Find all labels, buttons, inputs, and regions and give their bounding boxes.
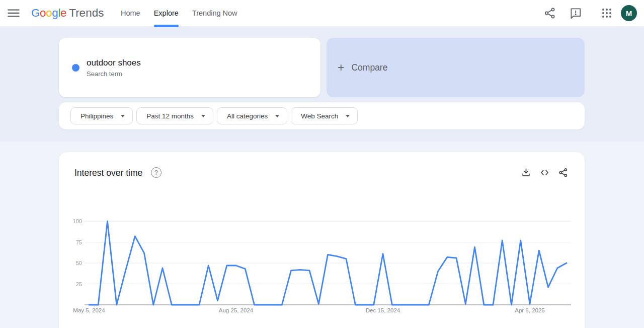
- feedback-icon[interactable]: [569, 7, 582, 20]
- help-icon[interactable]: ?: [151, 167, 162, 178]
- search-term-value: outdoor shoes: [87, 58, 141, 68]
- logo-product-name: Trends: [69, 7, 104, 20]
- svg-text:50: 50: [76, 260, 82, 266]
- category-filter-value: All categories: [227, 112, 268, 120]
- compare-label: Compare: [351, 62, 387, 73]
- chevron-down-icon: [346, 115, 350, 117]
- account-avatar[interactable]: M: [621, 5, 637, 21]
- main-nav: Home Explore Trending Now: [121, 0, 237, 26]
- chart-title: Interest over time: [74, 168, 142, 178]
- logo-letter: e: [60, 7, 66, 19]
- chevron-down-icon: [275, 115, 279, 117]
- google-apps-grid-icon[interactable]: [601, 7, 614, 20]
- nav-tab-trending-now[interactable]: Trending Now: [192, 0, 237, 26]
- search-term-card[interactable]: outdoor shoes Search term: [59, 38, 320, 97]
- svg-text:May 5, 2024: May 5, 2024: [73, 307, 105, 313]
- nav-tab-label: Explore: [154, 9, 179, 17]
- time-range-filter-dropdown[interactable]: Past 12 months: [136, 107, 213, 124]
- interest-over-time-card: Interest over time ? 255075100May 5, 202…: [59, 152, 585, 328]
- logo-letter: g: [52, 7, 58, 19]
- region-filter-dropdown[interactable]: Philippines: [70, 107, 133, 124]
- embed-code-icon[interactable]: [539, 167, 550, 178]
- svg-text:Dec 15, 2024: Dec 15, 2024: [366, 307, 400, 313]
- logo-letter: o: [40, 7, 46, 19]
- search-type-filter-dropdown[interactable]: Web Search: [291, 107, 358, 124]
- logo-letter: G: [31, 7, 40, 19]
- hamburger-menu-icon[interactable]: [7, 6, 21, 20]
- nav-tab-home[interactable]: Home: [121, 0, 140, 26]
- svg-text:25: 25: [76, 281, 82, 287]
- category-filter-dropdown[interactable]: All categories: [217, 107, 287, 124]
- top-bar: Google Trends Home Explore Trending Now …: [0, 0, 644, 26]
- svg-text:Aug 25, 2024: Aug 25, 2024: [219, 307, 254, 313]
- filter-bar: Philippines Past 12 months All categorie…: [59, 102, 585, 129]
- svg-text:Apr 6, 2025: Apr 6, 2025: [515, 307, 544, 313]
- search-term-type-label: Search term: [87, 70, 141, 78]
- share-chart-icon[interactable]: [558, 167, 569, 178]
- chevron-down-icon: [201, 115, 205, 117]
- google-trends-logo[interactable]: Google Trends: [31, 0, 104, 26]
- svg-text:100: 100: [73, 218, 82, 224]
- chevron-down-icon: [121, 115, 125, 117]
- interest-over-time-line-chart[interactable]: 255075100May 5, 2024Aug 25, 2024Dec 15, …: [59, 210, 585, 321]
- series-color-dot-icon: [72, 64, 79, 72]
- region-filter-value: Philippines: [80, 112, 113, 120]
- search-type-filter-value: Web Search: [301, 112, 338, 120]
- share-icon[interactable]: [543, 7, 556, 20]
- svg-text:75: 75: [76, 239, 82, 245]
- logo-letter: o: [46, 7, 52, 19]
- plus-icon: +: [338, 62, 344, 74]
- compare-add-button[interactable]: + Compare: [327, 38, 585, 97]
- nav-tab-explore[interactable]: Explore: [154, 0, 179, 26]
- download-csv-icon[interactable]: [521, 167, 531, 178]
- time-range-filter-value: Past 12 months: [146, 112, 194, 120]
- active-tab-underline: [154, 25, 179, 27]
- chart-header: Interest over time ?: [59, 152, 585, 182]
